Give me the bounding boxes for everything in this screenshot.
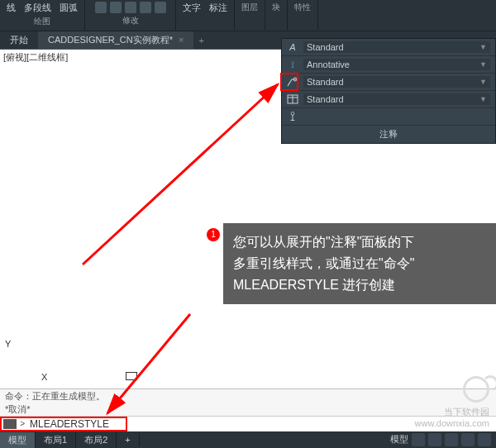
text-style-icon: A — [287, 41, 298, 53]
ribbon-group-props: 特性 — [288, 0, 318, 30]
text-style-row: A Standard ▼ — [282, 39, 495, 56]
leader-style-row: Standard ▼ — [282, 74, 495, 91]
watermark-logo-icon — [463, 376, 489, 403]
dim-style-row: ⟟ Annotative ▼ — [282, 56, 495, 74]
modify-icon[interactable] — [110, 2, 122, 13]
add-layout-button[interactable]: + — [117, 433, 139, 446]
ucs-y-label: Y — [5, 339, 11, 349]
modify-icon[interactable] — [140, 2, 151, 13]
annotation-panel-title: 注释 — [282, 126, 495, 143]
callout-text: 您可以从展开的"注释"面板的下 — [233, 231, 486, 253]
ribbon-group-label: 图层 — [241, 2, 258, 13]
ribbon-group-label: 修改 — [122, 15, 139, 26]
chevron-down-icon: ▼ — [479, 43, 487, 51]
grid-icon[interactable] — [412, 433, 425, 446]
tab-label: CADDESIGNER_CN实例教程* — [48, 35, 173, 45]
polar-icon[interactable] — [461, 433, 475, 446]
layout-tab-model[interactable]: 模型 — [0, 432, 36, 448]
status-model-label[interactable]: 模型 — [390, 433, 408, 446]
select-value: Standard — [307, 77, 344, 87]
select-value: Standard — [307, 94, 344, 104]
ribbon-item[interactable]: 文字 — [183, 2, 201, 14]
ribbon-group-anno: 文字 标注 — [176, 0, 235, 30]
status-right: 模型 — [390, 433, 496, 446]
watermark: 当下软件园 www.downxia.com — [415, 376, 489, 428]
ribbon-toolbar: 线 多段线 圆弧 绘图 修改 文字 标注 图层 块 特性 — [0, 0, 496, 31]
snap-icon[interactable] — [428, 433, 441, 446]
anno-scale-icon[interactable]: ⟟ — [287, 112, 298, 121]
modify-icon[interactable] — [155, 2, 166, 13]
status-bar: 模型 布局1 布局2 + 模型 — [0, 431, 496, 448]
ribbon-item[interactable]: 多段线 — [24, 2, 51, 14]
leader-style-select[interactable]: Standard ▼ — [303, 76, 490, 88]
watermark-url: www.downxia.com — [415, 418, 489, 428]
annotation-panel: A Standard ▼ ⟟ Annotative ▼ Standard ▼ S… — [281, 38, 496, 144]
ribbon-group-label: 块 — [272, 2, 280, 13]
osnap-icon[interactable] — [478, 433, 491, 446]
ucs-icon — [126, 372, 137, 380]
ribbon-group-layer: 图层 — [235, 0, 265, 30]
ribbon-group-modify: 修改 — [85, 0, 176, 30]
callout-text: 多重引线样式，或通过在"命令" — [233, 253, 486, 274]
dim-style-select[interactable]: Annotative ▼ — [303, 59, 490, 70]
highlight-box — [280, 73, 298, 91]
modify-icon[interactable] — [95, 2, 107, 13]
table-style-select[interactable]: Standard ▼ — [303, 93, 490, 105]
select-value: Annotative — [307, 60, 350, 69]
ribbon-item[interactable]: 圆弧 — [60, 2, 78, 14]
ribbon-group-block: 块 — [265, 0, 288, 30]
step-badge: 1 — [207, 228, 220, 241]
annotation-extra-row: ⟟ — [282, 108, 495, 126]
ribbon-item[interactable]: 标注 — [209, 2, 227, 14]
table-style-row: Standard ▼ — [282, 91, 495, 108]
ribbon-item[interactable]: 线 — [7, 2, 16, 14]
ortho-icon[interactable] — [445, 433, 458, 446]
tab-document[interactable]: CADDESIGNER_CN实例教程* × — [38, 31, 193, 49]
annotative-icon: ⟟ — [287, 59, 298, 70]
chevron-down-icon: ▼ — [479, 60, 487, 69]
ribbon-group-draw: 线 多段线 圆弧 绘图 — [0, 0, 85, 30]
layout-tab[interactable]: 布局2 — [76, 432, 117, 448]
callout-text: MLEADERSTYLE 进行创建 — [233, 274, 486, 296]
ribbon-group-label: 特性 — [294, 2, 311, 13]
ribbon-group-label: 绘图 — [34, 16, 50, 27]
text-style-select[interactable]: Standard ▼ — [303, 41, 490, 53]
layout-tab[interactable]: 布局1 — [36, 432, 76, 448]
chevron-down-icon: ▼ — [479, 95, 487, 103]
chevron-down-icon: ▼ — [479, 78, 487, 86]
watermark-title: 当下软件园 — [444, 407, 489, 417]
highlight-box — [0, 417, 127, 431]
tab-start[interactable]: 开始 — [0, 31, 38, 49]
tutorial-callout: 1 您可以从展开的"注释"面板的下 多重引线样式，或通过在"命令" MLEADE… — [223, 223, 496, 304]
modify-icon[interactable] — [125, 2, 136, 13]
close-icon[interactable]: × — [179, 35, 184, 45]
select-value: Standard — [307, 42, 344, 52]
ucs-x-label: X — [41, 372, 47, 382]
table-icon — [287, 93, 298, 105]
new-tab-button[interactable]: + — [198, 36, 203, 45]
